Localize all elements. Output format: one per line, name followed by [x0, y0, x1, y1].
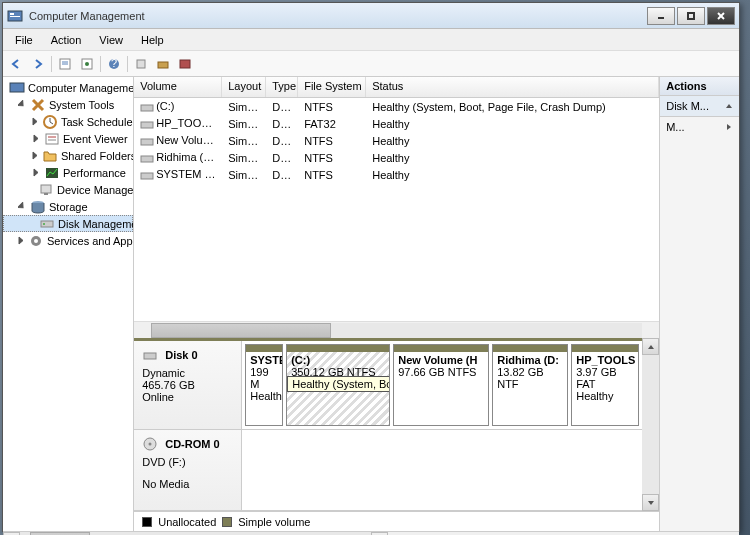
tree-horizontal-scrollbar[interactable]: [3, 531, 739, 535]
clock-icon: [42, 114, 58, 130]
column-volume[interactable]: Volume: [134, 77, 222, 97]
legend-label: Unallocated: [158, 516, 216, 528]
close-button[interactable]: [707, 7, 735, 25]
actions-item[interactable]: Disk M...: [660, 96, 739, 117]
device-icon: [38, 182, 54, 198]
partition[interactable]: (C:)350.12 GB NTFSHealthy (System, Boot,…: [286, 344, 390, 426]
table-row[interactable]: SYSTEM (G:)SimpleDy...NTFSHealthy: [134, 166, 659, 183]
tree-storage[interactable]: Storage: [3, 198, 133, 215]
disk-icon: [39, 216, 55, 232]
disk-name: Disk 0: [165, 349, 197, 361]
svg-rect-4: [688, 13, 694, 19]
horizontal-scrollbar[interactable]: [134, 321, 659, 338]
collapse-icon[interactable]: [17, 99, 28, 110]
table-row[interactable]: New Volume...SimpleDy...NTFSHealthy: [134, 132, 659, 149]
app-icon: [7, 8, 23, 24]
disk-row: CD-ROM 0 DVD (F:) No Media: [134, 430, 642, 511]
table-row[interactable]: HP_TOOLS (E:)SimpleDy...FAT32Healthy: [134, 115, 659, 132]
tree-root[interactable]: Computer Management: [3, 79, 133, 96]
cdrom-icon: [142, 436, 158, 452]
tree-label: Computer Management: [28, 82, 134, 94]
tree-event-viewer[interactable]: Event Viewer: [3, 130, 133, 147]
toolbar-icon-3[interactable]: [176, 55, 194, 73]
collapse-icon[interactable]: [17, 201, 28, 212]
partition[interactable]: HP_TOOLS3.97 GB FATHealthy: [571, 344, 639, 426]
table-row[interactable]: (C:)SimpleDy...NTFSHealthy (System, Boot…: [134, 98, 659, 115]
folder-icon: [42, 148, 58, 164]
partition-size: 199 M: [250, 366, 278, 390]
properties-icon[interactable]: [56, 55, 74, 73]
disk-name: CD-ROM 0: [165, 438, 219, 450]
actions-item[interactable]: M...: [660, 117, 739, 137]
minimize-button[interactable]: [647, 7, 675, 25]
svg-rect-30: [141, 105, 153, 111]
toolbar-icon-1[interactable]: [132, 55, 150, 73]
cdrom-state: No Media: [142, 478, 233, 490]
column-layout[interactable]: Layout: [222, 77, 266, 97]
column-type[interactable]: Type: [266, 77, 298, 97]
disk-row: Disk 0 Dynamic 465.76 GB Online SYSTE199…: [134, 341, 642, 430]
event-icon: [44, 131, 60, 147]
tree-label: Storage: [49, 201, 88, 213]
tree-shared-folders[interactable]: Shared Folders: [3, 147, 133, 164]
partition[interactable]: SYSTE199 MHealth: [245, 344, 283, 426]
tree-label: Event Viewer: [63, 133, 128, 145]
disk-drive-icon: [142, 347, 158, 363]
help-icon[interactable]: ?: [105, 55, 123, 73]
partition-size: 13.82 GB NTF: [497, 366, 563, 390]
expand-icon[interactable]: [17, 235, 26, 246]
vertical-scrollbar[interactable]: [642, 338, 659, 511]
storage-icon: [30, 199, 46, 215]
services-icon: [28, 233, 44, 249]
partition-name: New Volume (H: [398, 354, 477, 366]
menu-action[interactable]: Action: [43, 32, 90, 48]
menubar: File Action View Help: [3, 29, 739, 51]
tree-task-scheduler[interactable]: Task Scheduler: [3, 113, 133, 130]
disk-info[interactable]: CD-ROM 0 DVD (F:) No Media: [134, 430, 242, 510]
scroll-up-icon[interactable]: [642, 338, 659, 355]
partition-status: Healthy: [576, 390, 634, 402]
refresh-icon[interactable]: [78, 55, 96, 73]
actions-label: Disk M...: [666, 100, 709, 112]
disk-type: Dynamic: [142, 367, 233, 379]
column-filesystem[interactable]: File System: [298, 77, 366, 97]
disk-state: Online: [142, 391, 233, 403]
partition[interactable]: New Volume (H97.66 GB NTFS: [393, 344, 489, 426]
tree-system-tools[interactable]: System Tools: [3, 96, 133, 113]
chevron-right-icon: [725, 121, 733, 133]
grid-header: Volume Layout Type File System Status: [134, 77, 659, 98]
expand-icon[interactable]: [31, 150, 40, 161]
expand-icon[interactable]: [31, 133, 42, 144]
tree-label: Disk Management: [58, 218, 134, 230]
table-row[interactable]: Ridhima (D:)SimpleDy...NTFSHealthy: [134, 149, 659, 166]
menu-view[interactable]: View: [91, 32, 131, 48]
svg-point-27: [43, 223, 45, 225]
disk-info[interactable]: Disk 0 Dynamic 465.76 GB Online: [134, 341, 242, 429]
partition[interactable]: Ridhima (D:13.82 GB NTF: [492, 344, 568, 426]
tree-disk-management[interactable]: Disk Management: [3, 215, 133, 232]
scroll-down-icon[interactable]: [642, 494, 659, 511]
tree-label: Shared Folders: [61, 150, 134, 162]
tree-label: Device Manager: [57, 184, 134, 196]
column-status[interactable]: Status: [366, 77, 659, 97]
tree-services[interactable]: Services and Applications: [3, 232, 133, 249]
toolbar-icon-2[interactable]: [154, 55, 172, 73]
actions-panel: Actions Disk M... M...: [659, 77, 739, 531]
actions-label: M...: [666, 121, 684, 133]
scrollbar-thumb[interactable]: [151, 323, 331, 338]
back-button[interactable]: [7, 55, 25, 73]
maximize-button[interactable]: [677, 7, 705, 25]
svg-rect-19: [46, 134, 58, 144]
tooltip: Healthy (System, Boot, Page File, Crash …: [287, 376, 390, 392]
expand-icon[interactable]: [31, 116, 40, 127]
tree-performance[interactable]: Performance: [3, 164, 133, 181]
menu-file[interactable]: File: [7, 32, 41, 48]
expand-icon[interactable]: [31, 167, 42, 178]
menu-help[interactable]: Help: [133, 32, 172, 48]
titlebar[interactable]: Computer Management: [3, 3, 739, 29]
forward-button[interactable]: [29, 55, 47, 73]
disk-size: 465.76 GB: [142, 379, 233, 391]
tree-device-manager[interactable]: Device Manager: [3, 181, 133, 198]
performance-icon: [44, 165, 60, 181]
disk-partitions: [242, 430, 642, 510]
